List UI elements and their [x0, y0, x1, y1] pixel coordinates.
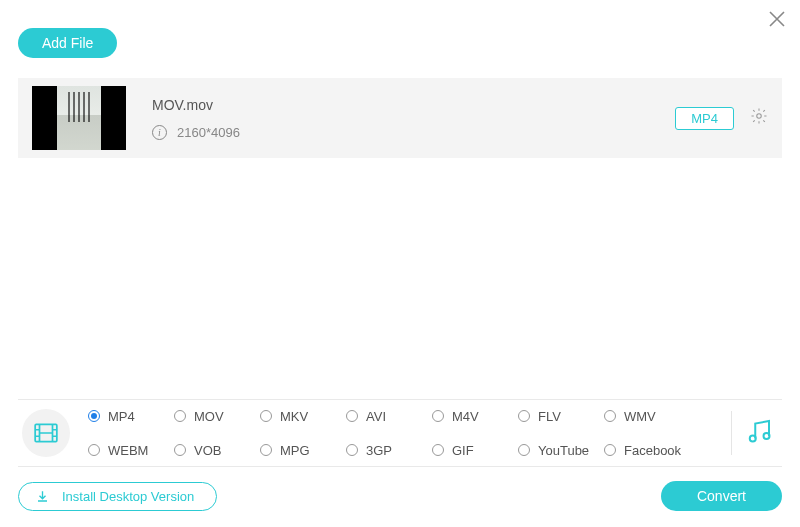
add-file-button[interactable]: Add File — [18, 28, 117, 58]
install-desktop-button[interactable]: Install Desktop Version — [18, 482, 217, 511]
format-option-label: MKV — [280, 409, 308, 424]
radio-icon — [346, 444, 358, 456]
format-option-mov[interactable]: MOV — [174, 404, 260, 428]
format-option-label: GIF — [452, 443, 474, 458]
radio-icon — [518, 444, 530, 456]
radio-icon — [174, 410, 186, 422]
svg-point-0 — [757, 114, 762, 119]
video-icon[interactable] — [22, 409, 70, 457]
radio-icon — [604, 410, 616, 422]
format-option-label: FLV — [538, 409, 561, 424]
format-option-3gp[interactable]: 3GP — [346, 438, 432, 462]
format-option-mkv[interactable]: MKV — [260, 404, 346, 428]
convert-label: Convert — [697, 488, 746, 504]
format-option-label: Facebook — [624, 443, 681, 458]
format-option-youtube[interactable]: YouTube — [518, 438, 604, 462]
format-option-mpg[interactable]: MPG — [260, 438, 346, 462]
radio-icon — [88, 444, 100, 456]
format-option-label: WEBM — [108, 443, 148, 458]
radio-icon — [88, 410, 100, 422]
format-option-label: MP4 — [108, 409, 135, 424]
file-info: MOV.mov i 2160*4096 — [152, 97, 240, 140]
format-option-label: MOV — [194, 409, 224, 424]
target-format-label: MP4 — [691, 111, 718, 126]
info-icon[interactable]: i — [152, 125, 167, 140]
file-row: MOV.mov i 2160*4096 MP4 — [18, 78, 782, 158]
radio-icon — [604, 444, 616, 456]
install-desktop-label: Install Desktop Version — [62, 489, 194, 504]
footer: Install Desktop Version Convert — [18, 481, 782, 511]
radio-icon — [346, 410, 358, 422]
format-panel: MP4MOVMKVAVIM4VFLVWMVWEBMVOBMPG3GPGIFYou… — [18, 399, 782, 467]
add-file-label: Add File — [42, 35, 93, 51]
format-option-facebook[interactable]: Facebook — [604, 438, 690, 462]
radio-icon — [432, 444, 444, 456]
radio-icon — [260, 444, 272, 456]
radio-icon — [174, 444, 186, 456]
music-icon[interactable] — [744, 416, 774, 450]
radio-icon — [432, 410, 444, 422]
format-option-wmv[interactable]: WMV — [604, 404, 690, 428]
format-option-label: 3GP — [366, 443, 392, 458]
format-option-label: MPG — [280, 443, 310, 458]
file-thumbnail[interactable] — [32, 86, 126, 150]
file-name: MOV.mov — [152, 97, 240, 113]
format-option-label: M4V — [452, 409, 479, 424]
convert-button[interactable]: Convert — [661, 481, 782, 511]
format-option-flv[interactable]: FLV — [518, 404, 604, 428]
format-option-label: VOB — [194, 443, 221, 458]
format-option-gif[interactable]: GIF — [432, 438, 518, 462]
divider — [731, 411, 732, 455]
format-option-label: YouTube — [538, 443, 589, 458]
close-icon[interactable] — [768, 10, 786, 32]
format-option-mp4[interactable]: MP4 — [88, 404, 174, 428]
format-option-webm[interactable]: WEBM — [88, 438, 174, 462]
gear-icon[interactable] — [750, 107, 768, 129]
radio-icon — [518, 410, 530, 422]
file-resolution: 2160*4096 — [177, 125, 240, 140]
format-option-label: WMV — [624, 409, 656, 424]
format-option-avi[interactable]: AVI — [346, 404, 432, 428]
format-option-label: AVI — [366, 409, 386, 424]
svg-point-3 — [764, 433, 770, 439]
file-resolution-row: i 2160*4096 — [152, 125, 240, 140]
svg-point-2 — [750, 436, 756, 442]
format-option-m4v[interactable]: M4V — [432, 404, 518, 428]
target-format-badge[interactable]: MP4 — [675, 107, 734, 130]
format-option-vob[interactable]: VOB — [174, 438, 260, 462]
radio-icon — [260, 410, 272, 422]
